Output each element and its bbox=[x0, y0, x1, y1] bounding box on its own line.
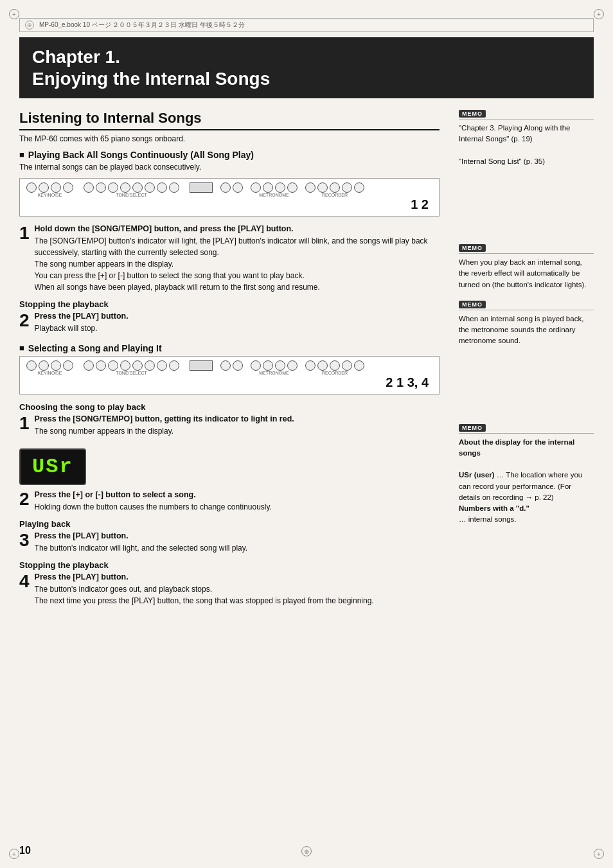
kb-section-d2-1: KEY/NOISE bbox=[26, 360, 73, 375]
step2-content: Press the [PLAY] button. Playback will s… bbox=[35, 312, 440, 334]
kb-knob bbox=[96, 182, 106, 193]
sub-step4-heading: Press the [PLAY] button. bbox=[35, 572, 440, 581]
memo-label-2: MEMO bbox=[459, 244, 594, 254]
page-wrapper: ⊕ MP-60_e.book 10 ページ ２００５年３月２３日 水曜日 午後５… bbox=[0, 0, 613, 868]
kb-knob bbox=[39, 182, 49, 193]
kb-knob bbox=[251, 182, 261, 193]
sub-step1-block: 1 Press the [SONG/TEMPO] button, getting… bbox=[19, 414, 440, 437]
kb-label: TONE/SELECT bbox=[116, 371, 147, 375]
kb-knob bbox=[145, 182, 155, 193]
kb-knob bbox=[145, 360, 155, 371]
kb-knob bbox=[233, 182, 243, 193]
chapter-number: Chapter 1. bbox=[32, 46, 581, 68]
kb-knob bbox=[275, 182, 285, 193]
kb-knob bbox=[354, 360, 364, 371]
display-area bbox=[190, 182, 213, 193]
kb-section-d2-6: RECORDER bbox=[305, 360, 364, 375]
kb-knob bbox=[96, 360, 106, 371]
memo-icon-1: MEMO bbox=[459, 110, 486, 118]
corner-mark-br bbox=[594, 849, 604, 859]
corner-mark-bl bbox=[9, 849, 19, 859]
kb-knob bbox=[317, 182, 328, 193]
section-intro: The MP-60 comes with 65 piano songs onbo… bbox=[19, 134, 440, 143]
kb-knob bbox=[305, 360, 315, 371]
stop-heading-2: Stopping the playback bbox=[19, 560, 440, 570]
sub-step3-number: 3 bbox=[19, 531, 30, 549]
kb-knob bbox=[317, 360, 328, 371]
kb-label: TONE/SELECT bbox=[116, 193, 147, 197]
kb-knob bbox=[63, 360, 73, 371]
kb-section-1: KEY/NOISE bbox=[26, 182, 73, 197]
kb-section-5: METRONOME bbox=[251, 182, 298, 197]
kb-label bbox=[200, 371, 202, 375]
memo-text-1: "Chapter 3. Playing Along with the Inter… bbox=[459, 123, 594, 167]
keyboard-diagram-2-inner: KEY/NOISE bbox=[26, 360, 432, 375]
kb-section-3 bbox=[190, 182, 213, 197]
kb-knob bbox=[108, 182, 118, 193]
subsection2-heading: Selecting a Song and Playing It bbox=[19, 343, 440, 353]
left-content: Listening to Internal Songs The MP-60 co… bbox=[19, 98, 452, 613]
memo-icon-3: MEMO bbox=[459, 301, 486, 308]
sub-step1-number: 1 bbox=[19, 414, 30, 432]
kb-knob bbox=[220, 360, 231, 371]
memo-label-4: MEMO bbox=[459, 424, 594, 434]
main-layout: Listening to Internal Songs The MP-60 co… bbox=[19, 98, 594, 613]
kb-knob bbox=[263, 360, 273, 371]
top-bar: ⊕ MP-60_e.book 10 ページ ２００５年３月２３日 水曜日 午後５… bbox=[19, 18, 594, 32]
bottom-center-mark: ⊕ bbox=[301, 846, 312, 856]
kb-knob bbox=[287, 360, 298, 371]
kb-knob bbox=[342, 360, 352, 371]
kb-knob bbox=[51, 360, 61, 371]
kb-label: RECORDER bbox=[322, 193, 348, 197]
kb-knob bbox=[220, 182, 231, 193]
kb-knob bbox=[84, 182, 94, 193]
usr-display: USr bbox=[19, 448, 86, 485]
kb-knob bbox=[251, 360, 261, 371]
chapter-title: Enjoying the Internal Songs bbox=[32, 68, 581, 90]
sub-step4-content: Press the [PLAY] button. The button's in… bbox=[35, 572, 440, 607]
sub-step2-number: 2 bbox=[19, 490, 30, 508]
sub-step2-body: Holding down the button causes the numbe… bbox=[35, 501, 440, 513]
sub-step2-content: Press the [+] or [-] button to select a … bbox=[35, 490, 440, 513]
sub-step1-body: The song number appears in the display. bbox=[35, 425, 440, 437]
step1-content: Hold down the [SONG/TEMPO] button, and p… bbox=[35, 224, 440, 293]
step2-body: Playback will stop. bbox=[35, 323, 440, 334]
display-area-2 bbox=[190, 360, 213, 371]
kb-label: KEY/NOISE bbox=[38, 371, 62, 375]
keyboard-diagram-1: KEY/NOISE bbox=[19, 178, 440, 217]
memo-box-1: MEMO "Chapter 3. Playing Along with the … bbox=[459, 110, 594, 167]
step1-block: 1 Hold down the [SONG/TEMPO] button, and… bbox=[19, 224, 440, 293]
sub-step2-heading: Press the [+] or [-] button to select a … bbox=[35, 490, 440, 499]
memo-text-3: When an internal song is played back, th… bbox=[459, 314, 594, 347]
top-bar-crosshair: ⊕ bbox=[25, 21, 34, 30]
kb-knob bbox=[132, 182, 143, 193]
sub-step1-content: Press the [SONG/TEMPO] button, getting i… bbox=[35, 414, 440, 437]
kb-knob bbox=[263, 182, 273, 193]
memo-text-2: When you play back an internal song, the… bbox=[459, 257, 594, 290]
memo4-line2: Numbers with a "d."… internal songs. bbox=[459, 504, 529, 523]
kb-knob bbox=[275, 360, 285, 371]
kb-knob bbox=[354, 182, 364, 193]
step1-body-line1: The [SONG/TEMPO] button's indicator will… bbox=[35, 236, 428, 292]
sub-step4-body: The button's indicator goes out, and pla… bbox=[35, 583, 440, 607]
memo-box-3: MEMO When an internal song is played bac… bbox=[459, 301, 594, 347]
kb-section-2: TONE/SELECT bbox=[84, 182, 179, 197]
sub-step4-block: 4 Press the [PLAY] button. The button's … bbox=[19, 572, 440, 607]
kb-section-d2-4 bbox=[220, 360, 243, 375]
stop-heading-1: Stopping the playback bbox=[19, 299, 440, 309]
sub-step1-heading: Press the [SONG/TEMPO] button, getting i… bbox=[35, 414, 440, 423]
kb-section-4 bbox=[220, 182, 243, 197]
kb-knob bbox=[330, 182, 340, 193]
kb-label bbox=[231, 193, 233, 197]
kb-knob bbox=[233, 360, 243, 371]
kb-section-d2-3 bbox=[190, 360, 213, 375]
kb-knob bbox=[51, 182, 61, 193]
kb-knob bbox=[305, 182, 315, 193]
section-title: Listening to Internal Songs bbox=[19, 110, 440, 130]
kb-section-d2-5: METRONOME bbox=[251, 360, 298, 375]
kb-knob bbox=[39, 360, 49, 371]
kb-knob bbox=[330, 360, 340, 371]
memo-icon-2: MEMO bbox=[459, 244, 486, 252]
chapter-header: Chapter 1. Enjoying the Internal Songs bbox=[19, 37, 594, 98]
step2-block: 2 Press the [PLAY] button. Playback will… bbox=[19, 312, 440, 334]
